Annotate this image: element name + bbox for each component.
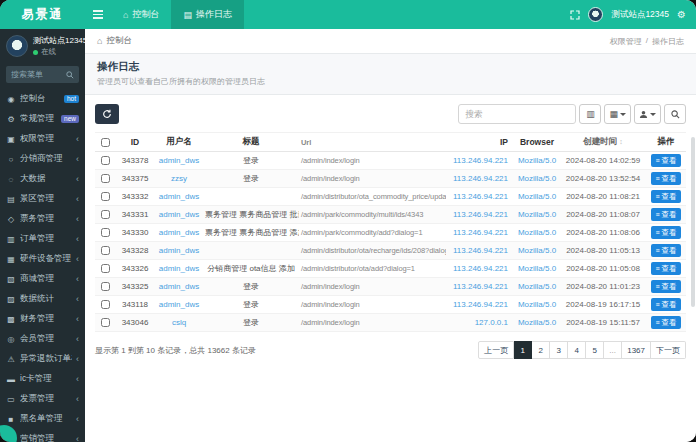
sidebar-toggle-icon[interactable] bbox=[85, 0, 111, 29]
sidebar-menu-item[interactable]: ▤ 景区管理 ‹ bbox=[0, 189, 85, 209]
cell-ip-link[interactable]: 113.246.94.221 bbox=[446, 156, 514, 165]
sidebar-menu-item[interactable]: ▧ 商城管理 ‹ bbox=[0, 269, 85, 289]
cell-browser-link[interactable]: Mozilla/5.0 bbox=[514, 246, 560, 255]
view-button[interactable]: ≡查看 bbox=[651, 244, 680, 257]
fullscreen-icon[interactable] bbox=[570, 10, 580, 20]
cell-username-link[interactable]: admin_dws bbox=[155, 156, 203, 165]
cell-username-link[interactable]: admin_dws bbox=[155, 246, 203, 255]
row-checkbox[interactable] bbox=[101, 264, 110, 273]
cell-browser-link[interactable]: Mozilla/5.0 bbox=[514, 318, 560, 327]
scrollbar-thumb[interactable] bbox=[691, 137, 695, 307]
cell-browser-link[interactable]: Mozilla/5.0 bbox=[514, 300, 560, 309]
next-page-button[interactable]: 下一页 bbox=[651, 341, 686, 359]
cell-ip-link[interactable]: 113.246.94.221 bbox=[446, 264, 514, 273]
cell-browser-link[interactable]: Mozilla/5.0 bbox=[514, 174, 560, 183]
page-button[interactable]: ... bbox=[604, 341, 622, 359]
view-button[interactable]: ≡查看 bbox=[651, 298, 680, 311]
sidebar-menu-item[interactable]: ▦ 硬件设备管理 ‹ bbox=[0, 249, 85, 269]
page-button[interactable]: 1 bbox=[514, 341, 532, 359]
select-all-checkbox[interactable] bbox=[101, 138, 110, 147]
sidebar-menu-item[interactable]: ▣ 权限管理 ‹ bbox=[0, 129, 85, 149]
row-checkbox[interactable] bbox=[101, 210, 110, 219]
sidebar-menu-item[interactable]: ▥ 订单管理 ‹ bbox=[0, 229, 85, 249]
cell-ip-link[interactable]: 127.0.0.1 bbox=[446, 318, 514, 327]
user-avatar[interactable] bbox=[588, 7, 603, 22]
view-button[interactable]: ≡查看 bbox=[651, 172, 680, 185]
page-button[interactable]: 2 bbox=[532, 341, 550, 359]
breadcrumb-parent[interactable]: 权限管理 bbox=[610, 36, 642, 47]
col-header-username[interactable]: 用户名 bbox=[155, 136, 203, 148]
row-checkbox[interactable] bbox=[101, 228, 110, 237]
row-checkbox[interactable] bbox=[101, 318, 110, 327]
cell-username-link[interactable]: admin_dws bbox=[155, 210, 203, 219]
col-header-ip[interactable]: IP bbox=[446, 137, 514, 147]
cell-username-link[interactable]: admin_dws bbox=[155, 228, 203, 237]
sidebar-menu-item[interactable]: ◇ 票务管理 ‹ bbox=[0, 209, 85, 229]
user-filter-button[interactable] bbox=[634, 104, 661, 124]
row-checkbox[interactable] bbox=[101, 156, 110, 165]
cell-username-link[interactable]: admin_dws bbox=[155, 282, 203, 291]
cell-ip-link[interactable]: 113.246.94.221 bbox=[446, 282, 514, 291]
cell-username-link[interactable]: admin_dws bbox=[155, 192, 203, 201]
cell-ip-link[interactable]: 113.246.94.221 bbox=[446, 246, 514, 255]
cell-ip-link[interactable]: 113.246.94.221 bbox=[446, 192, 514, 201]
cell-browser-link[interactable]: Mozilla/5.0 bbox=[514, 282, 560, 291]
card-view-button[interactable]: ▥ bbox=[579, 104, 601, 124]
cell-browser-link[interactable]: Mozilla/5.0 bbox=[514, 192, 560, 201]
sidebar-search[interactable] bbox=[6, 66, 79, 83]
cell-browser-link[interactable]: Mozilla/5.0 bbox=[514, 228, 560, 237]
view-button[interactable]: ≡查看 bbox=[651, 190, 680, 203]
sidebar-menu-item[interactable]: ◌ 大数据 ‹ bbox=[0, 169, 85, 189]
cell-username-link[interactable]: zzsy bbox=[155, 174, 203, 183]
cell-browser-link[interactable]: Mozilla/5.0 bbox=[514, 264, 560, 273]
col-header-title[interactable]: 标题 bbox=[203, 136, 299, 148]
col-header-id[interactable]: ID bbox=[115, 137, 155, 147]
sidebar-menu-item[interactable]: ◎ 会员管理 ‹ bbox=[0, 329, 85, 349]
sidebar-search-input[interactable] bbox=[11, 70, 62, 79]
top-tab[interactable]: ⌂ 控制台 bbox=[111, 0, 171, 29]
sidebar-menu-item[interactable]: ⚙ 常规管理 new ‹ bbox=[0, 109, 85, 129]
page-button[interactable]: 3 bbox=[550, 341, 568, 359]
prev-page-button[interactable]: 上一页 bbox=[478, 341, 514, 359]
row-checkbox[interactable] bbox=[101, 192, 110, 201]
sidebar-menu-item[interactable]: ⚠ 异常退款订单补单 ‹ bbox=[0, 349, 85, 369]
cell-username-link[interactable]: admin_dws bbox=[155, 300, 203, 309]
columns-button[interactable]: ▦ bbox=[604, 104, 631, 124]
sidebar-menu-item[interactable]: ■ 黑名单管理 ‹ bbox=[0, 409, 85, 429]
view-button[interactable]: ≡查看 bbox=[651, 154, 680, 167]
cell-ip-link[interactable]: 113.246.94.221 bbox=[446, 300, 514, 309]
sidebar-menu-item[interactable]: ▨ 数据统计 ‹ bbox=[0, 289, 85, 309]
sidebar-menu-item[interactable]: ◉ 控制台 hot ‹ bbox=[0, 89, 85, 109]
col-header-browser[interactable]: Browser bbox=[514, 137, 560, 147]
row-checkbox[interactable] bbox=[101, 174, 110, 183]
breadcrumb[interactable]: ⌂ 控制台 bbox=[97, 35, 132, 47]
cell-username-link[interactable]: cslq bbox=[155, 318, 203, 327]
cell-ip-link[interactable]: 113.246.94.221 bbox=[446, 228, 514, 237]
view-button[interactable]: ≡查看 bbox=[651, 262, 680, 275]
search-toggle-button[interactable] bbox=[664, 104, 686, 124]
header-username[interactable]: 测试站点12345 bbox=[611, 9, 669, 21]
row-checkbox[interactable] bbox=[101, 300, 110, 309]
view-button[interactable]: ≡查看 bbox=[651, 208, 680, 221]
cell-browser-link[interactable]: Mozilla/5.0 bbox=[514, 210, 560, 219]
cell-browser-link[interactable]: Mozilla/5.0 bbox=[514, 156, 560, 165]
cell-ip-link[interactable]: 113.246.94.221 bbox=[446, 210, 514, 219]
view-button[interactable]: ≡查看 bbox=[651, 316, 680, 329]
col-header-url[interactable]: Url bbox=[299, 138, 446, 147]
refresh-button[interactable] bbox=[95, 104, 119, 124]
sidebar-menu-item[interactable]: ▭ 发票管理 ‹ bbox=[0, 389, 85, 409]
col-header-createtime[interactable]: 创建时间↕ bbox=[560, 136, 646, 148]
page-button[interactable]: 4 bbox=[568, 341, 586, 359]
sidebar-menu-item[interactable]: ▬ ic卡管理 ‹ bbox=[0, 369, 85, 389]
top-tab[interactable]: ▤ 操作日志 bbox=[171, 0, 244, 29]
page-button[interactable]: 1367 bbox=[622, 341, 651, 359]
gear-icon[interactable]: ⚙ bbox=[677, 9, 686, 20]
sort-icon[interactable]: ↕ bbox=[619, 138, 623, 145]
page-button[interactable]: 5 bbox=[586, 341, 604, 359]
cell-username-link[interactable]: admin_dws bbox=[155, 264, 203, 273]
row-checkbox[interactable] bbox=[101, 282, 110, 291]
sidebar-menu-item[interactable]: ▩ 财务管理 ‹ bbox=[0, 309, 85, 329]
view-button[interactable]: ≡查看 bbox=[651, 280, 680, 293]
row-checkbox[interactable] bbox=[101, 246, 110, 255]
cell-ip-link[interactable]: 113.246.94.221 bbox=[446, 174, 514, 183]
